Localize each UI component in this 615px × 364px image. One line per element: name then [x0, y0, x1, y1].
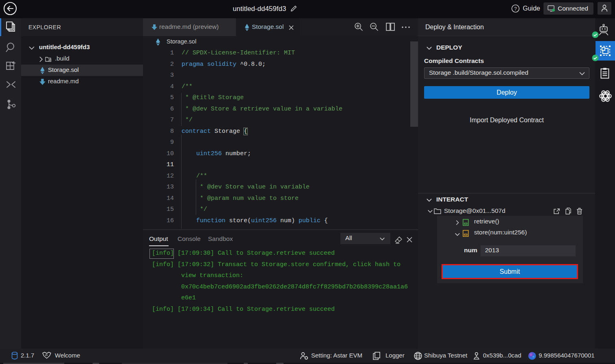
svg-text:?: ? — [514, 6, 517, 12]
